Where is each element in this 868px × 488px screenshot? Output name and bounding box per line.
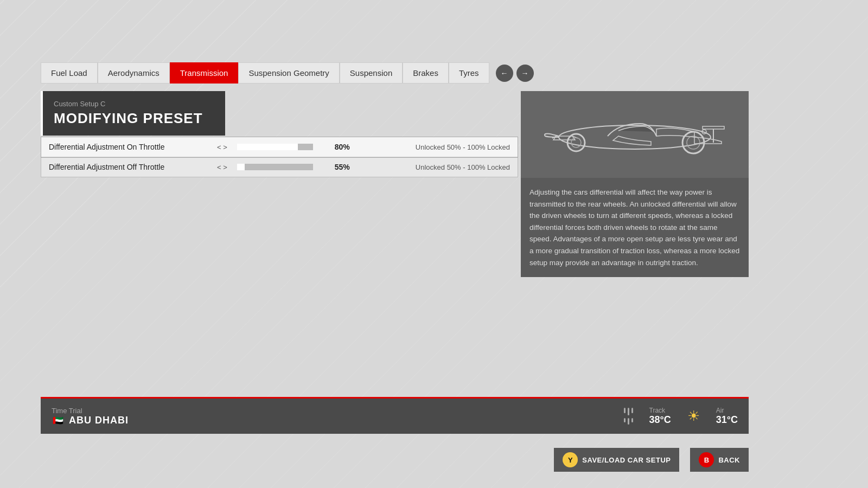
setting-bar-throttle [237,144,313,150]
location-row: 🇦🇪 ABU DHABI [52,415,129,426]
location-info: Time Trial 🇦🇪 ABU DHABI [52,407,129,426]
prev-icon[interactable]: ← [496,65,513,82]
track-value: 38°C [649,414,671,426]
air-value: 31°C [716,414,738,426]
setting-row-off-throttle[interactable]: Differential Adjustment Off Throttle < >… [41,157,518,177]
setting-value-off-throttle: 55% [323,163,350,171]
button-bar: Y SAVE/LOAD CAR SETUP B BACK [554,448,749,472]
track-temp: Track 38°C [649,407,671,426]
nav-transmission[interactable]: Transmission [170,62,239,84]
back-button[interactable]: B BACK [690,448,749,472]
nav-tyres[interactable]: Tyres [449,62,489,84]
status-bar: Time Trial 🇦🇪 ABU DHABI Tra [41,397,749,434]
svg-point-4 [687,136,700,149]
setting-value-throttle: 80% [323,143,350,151]
sun-icon: ☀ [687,408,700,425]
preset-header: Custom Setup C MODIFYING PRESET [41,91,225,136]
svg-point-2 [571,138,581,147]
air-label: Air [716,407,738,414]
track-label: Track [649,407,671,414]
nav-brakes[interactable]: Brakes [403,62,449,84]
nav-icons: ← → [496,65,534,82]
setting-bar-fill-throttle [237,144,298,150]
save-load-button[interactable]: Y SAVE/LOAD CAR SETUP [554,448,679,472]
svg-point-1 [567,134,585,151]
y-button-icon: Y [563,452,578,467]
weather-info: Track 38°C ☀ Air 31°C [624,407,738,426]
setting-arrows-off-throttle[interactable]: < > [217,163,227,171]
car-diagram [521,91,749,178]
setting-bar-fill-off-throttle [237,164,245,170]
next-icon[interactable]: → [516,65,534,82]
nav-bar: Fuel Load Aerodynamics Transmission Susp… [41,62,534,84]
setting-row-throttle[interactable]: Differential Adjustment On Throttle < > … [41,137,518,157]
car-svg [542,99,727,170]
uae-flag-icon: 🇦🇪 [52,416,65,425]
setting-arrows-throttle[interactable]: < > [217,143,227,151]
air-temp: Air 31°C [716,407,738,426]
setting-range-throttle: Unlocked 50% - 100% Locked [355,143,510,151]
heat-waves-icon [624,408,633,425]
setting-name-off-throttle: Differential Adjustment Off Throttle [49,163,212,171]
car-description: Adjusting the cars differential will aff… [521,178,749,277]
mode-label: Time Trial [52,407,129,415]
preset-title: MODIFYING PRESET [54,110,214,127]
b-button-icon: B [699,452,714,467]
nav-aerodynamics[interactable]: Aerodynamics [98,62,170,84]
car-panel: Adjusting the cars differential will aff… [521,91,749,277]
nav-fuel-load[interactable]: Fuel Load [41,62,98,84]
nav-suspension-geometry[interactable]: Suspension Geometry [238,62,339,84]
setting-range-off-throttle: Unlocked 50% - 100% Locked [355,163,510,171]
settings-table: Differential Adjustment On Throttle < > … [41,137,518,177]
back-label: BACK [718,456,740,464]
preset-subtitle: Custom Setup C [54,100,214,108]
setting-bar-off-throttle [237,164,313,170]
save-load-label: SAVE/LOAD CAR SETUP [582,456,671,464]
setting-name-throttle: Differential Adjustment On Throttle [49,143,212,151]
nav-suspension[interactable]: Suspension [340,62,403,84]
location-name: ABU DHABI [69,415,129,426]
